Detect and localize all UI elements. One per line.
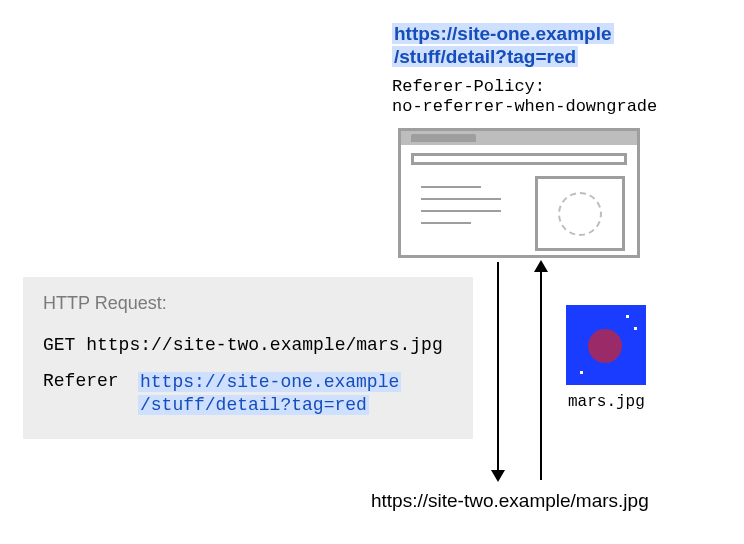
- mars-caption: mars.jpg: [568, 393, 645, 411]
- browser-tab-icon: [411, 134, 476, 142]
- referer-origin: https://site-one.example: [138, 372, 401, 392]
- http-request-box: HTTP Request: GET https://site-two.examp…: [23, 277, 473, 439]
- page-url: https://site-one.example /stuff/detail?t…: [392, 22, 614, 68]
- referer-path: /stuff/detail?tag=red: [138, 395, 369, 415]
- request-arrow-icon: [497, 262, 499, 480]
- referrer-policy: Referer-Policy: no-referrer-when-downgra…: [392, 77, 657, 117]
- planet-icon: [588, 329, 622, 363]
- referer-header-name: Referer: [43, 371, 119, 391]
- browser-window-icon: [398, 128, 640, 258]
- http-request-line: GET https://site-two.example/mars.jpg: [43, 335, 443, 355]
- policy-value: no-referrer-when-downgrade: [392, 97, 657, 117]
- http-target-url: https://site-two.example/mars.jpg: [86, 335, 442, 355]
- image-placeholder-icon: [535, 176, 625, 251]
- response-arrow-icon: [540, 262, 542, 480]
- page-url-origin: https://site-one.example: [392, 23, 614, 44]
- dashed-circle-icon: [558, 192, 602, 236]
- page-text-lines-icon: [421, 186, 501, 234]
- mars-image-icon: [566, 305, 646, 385]
- policy-header: Referer-Policy:: [392, 77, 657, 97]
- resource-url: https://site-two.example/mars.jpg: [371, 490, 649, 512]
- http-request-label: HTTP Request:: [43, 293, 167, 314]
- browser-urlbar-icon: [411, 153, 627, 165]
- referer-header-value: https://site-one.example /stuff/detail?t…: [138, 371, 401, 417]
- page-url-path: /stuff/detail?tag=red: [392, 46, 578, 67]
- http-method: GET: [43, 335, 75, 355]
